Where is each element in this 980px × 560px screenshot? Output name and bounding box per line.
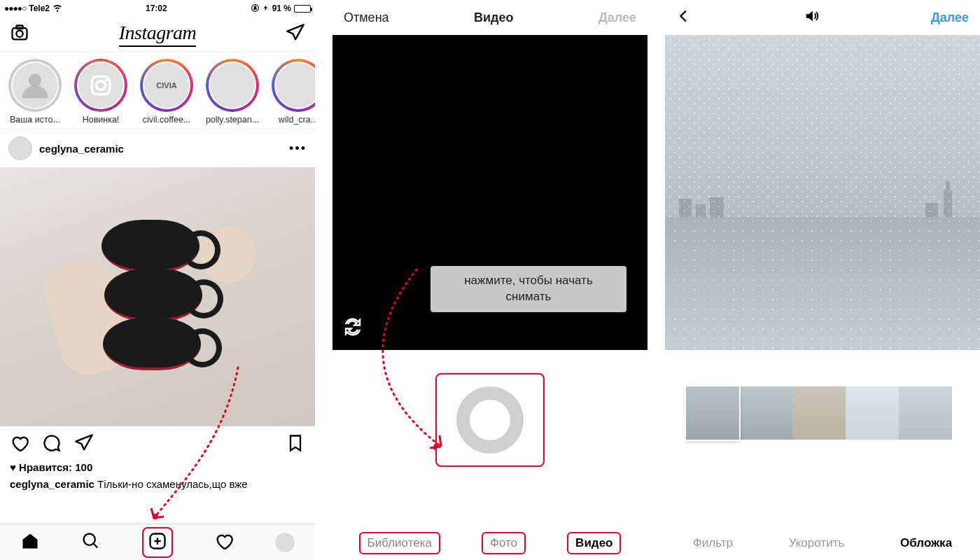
cover-thumbnail[interactable] (686, 386, 739, 440)
cover-thumbnail[interactable] (846, 386, 899, 440)
app-logo: Instagram (119, 22, 197, 47)
cover-thumbnail[interactable] (899, 386, 952, 440)
activity-tab-icon[interactable] (214, 531, 234, 554)
sound-icon[interactable] (802, 8, 820, 27)
app-header: Instagram (0, 17, 315, 52)
svg-point-9 (84, 533, 95, 545)
record-button[interactable] (456, 386, 524, 454)
heart-solid-icon: ♥ (10, 461, 19, 473)
record-nav: Отмена Видео Далее (332, 0, 648, 35)
record-title: Видео (474, 10, 514, 25)
camera-icon[interactable] (10, 23, 29, 46)
bookmark-icon[interactable] (286, 433, 305, 456)
cover-thumbnail[interactable] (792, 386, 846, 440)
story-item[interactable]: wild_cra... (269, 59, 315, 125)
profile-tab-icon[interactable] (275, 533, 295, 552)
next-button[interactable]: Далее (931, 10, 969, 25)
svg-point-8 (153, 514, 158, 519)
search-tab-icon[interactable] (81, 531, 101, 554)
story-label: wild_cra... (269, 115, 315, 125)
like-icon[interactable] (10, 433, 29, 456)
edit-mode-tabs: Фильтр Укоротить Обложка (665, 526, 980, 560)
cover-thumbnail[interactable] (739, 386, 792, 440)
post-caption: ceglyna_ceramic Тільки-но схаменулась,що… (0, 475, 315, 494)
svg-point-6 (97, 81, 106, 90)
caption-text: Тільки-но схаменулась,що вже (97, 478, 248, 490)
comment-icon[interactable] (42, 433, 62, 456)
story-item[interactable]: polly.stepan... (203, 59, 262, 125)
story-item[interactable]: CIVIAcivil.coffee... (137, 59, 196, 125)
direct-message-icon[interactable] (286, 23, 305, 46)
create-tab-icon[interactable] (142, 527, 173, 558)
svg-point-4 (29, 74, 41, 87)
share-icon[interactable] (74, 433, 94, 456)
carrier-label: Tele2 (29, 4, 50, 13)
battery-icon (294, 5, 311, 13)
post-avatar[interactable] (8, 136, 32, 160)
more-options-icon[interactable]: ••• (289, 141, 307, 156)
caption-username[interactable]: ceglyna_ceramic (10, 478, 94, 490)
tab-library[interactable]: Библиотека (359, 532, 440, 554)
charging-icon (262, 3, 270, 15)
record-button-highlight (435, 373, 545, 467)
wifi-icon (52, 3, 62, 15)
story-item[interactable]: Новинка! (71, 59, 130, 125)
cover-select-screen: Далее Фильтр Укоротить Обложка (665, 0, 980, 560)
battery-pct-label: 91 % (272, 4, 291, 13)
tab-trim[interactable]: Укоротить (789, 536, 845, 550)
record-area (332, 350, 648, 490)
svg-point-2 (16, 30, 22, 36)
record-video-screen: Отмена Видео Далее нажмите, чтобы начать… (332, 0, 648, 560)
tab-cover[interactable]: Обложка (900, 536, 952, 550)
next-button-disabled: Далее (598, 10, 636, 25)
post-header: ceglyna_ceramic ••• (0, 130, 315, 167)
switch-camera-icon[interactable] (342, 316, 363, 340)
post-actions (0, 426, 315, 460)
record-tooltip: нажмите, чтобы начать снимать (430, 266, 626, 312)
capture-mode-tabs: Библиотека Фото Видео (332, 526, 648, 560)
signal-icon: ●●●●○ (4, 4, 26, 13)
tab-filter[interactable]: Фильтр (693, 536, 733, 550)
home-tab-icon[interactable] (20, 531, 40, 554)
story-item[interactable]: Ваша исто... (6, 59, 64, 125)
clock-label: 17:02 (146, 4, 167, 13)
video-preview[interactable] (665, 35, 980, 350)
status-bar: ●●●●○ Tele2 17:02 91 % (0, 0, 315, 17)
post-username[interactable]: ceglyna_ceramic (39, 143, 124, 155)
feed-screen: ●●●●○ Tele2 17:02 91 % Instagram Ваша ис… (0, 0, 315, 560)
story-label: civil.coffee... (137, 115, 196, 125)
cover-thumbnails (665, 350, 980, 476)
tab-photo[interactable]: Фото (482, 532, 526, 554)
cover-nav: Далее (665, 0, 980, 35)
tab-video[interactable]: Видео (567, 532, 621, 554)
likes-label[interactable]: ♥ Нравится: 100 (0, 460, 315, 475)
stories-tray[interactable]: Ваша исто...Новинка!CIVIAcivil.coffee...… (0, 52, 315, 130)
rotation-lock-icon (251, 4, 260, 14)
back-icon[interactable] (676, 8, 692, 27)
story-label: polly.stepan... (203, 115, 262, 125)
svg-point-7 (105, 78, 108, 81)
cancel-button[interactable]: Отмена (344, 10, 389, 25)
post-image[interactable] (0, 167, 315, 426)
story-label: Ваша исто... (6, 115, 64, 125)
story-label: Новинка! (71, 115, 130, 125)
camera-viewfinder[interactable]: нажмите, чтобы начать снимать (332, 35, 648, 350)
tab-bar (0, 524, 315, 560)
